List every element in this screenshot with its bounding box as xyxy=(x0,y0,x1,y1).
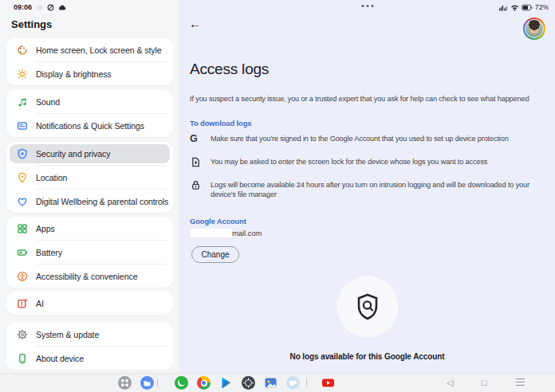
whatsapp-icon[interactable] xyxy=(175,376,188,390)
sidebar-item-label: Battery xyxy=(36,248,62,257)
step-screen-lock: You may be asked to enter the screen loc… xyxy=(190,157,545,169)
sidebar-item-notifications[interactable]: Notifications & Quick Settings xyxy=(6,114,173,137)
status-bar-right: 72% xyxy=(499,3,549,11)
sidebar-item-label: About device xyxy=(36,354,84,363)
sidebar-group: AI xyxy=(6,292,173,315)
google-account-heading: Google Account xyxy=(190,217,246,225)
window-handle-icon[interactable] xyxy=(366,5,368,7)
sidebar-item-label: Location xyxy=(36,173,67,182)
change-account-button[interactable]: Change xyxy=(191,246,239,263)
sidebar-item-label: Security and privacy xyxy=(36,149,110,159)
screen-title: Access logs xyxy=(190,61,269,78)
app-drawer-icon[interactable] xyxy=(118,376,132,390)
files-icon[interactable] xyxy=(140,376,154,390)
google-g-icon: G xyxy=(190,133,198,144)
palette-icon xyxy=(17,45,28,56)
sidebar-item-display[interactable]: Display & brightness xyxy=(6,62,173,85)
play-store-icon[interactable] xyxy=(219,376,233,390)
steps-list: G Make sure that you're signed in to the… xyxy=(190,134,545,210)
home-square-icon[interactable]: □ xyxy=(482,378,487,387)
accessibility-icon xyxy=(17,271,28,282)
sidebar-item-label: Notifications & Quick Settings xyxy=(36,121,144,131)
email-redaction xyxy=(190,229,232,237)
battery-icon xyxy=(522,4,533,11)
sidebar-item-battery[interactable]: Battery xyxy=(6,241,173,264)
avatar-photo xyxy=(525,19,544,38)
about-device-icon xyxy=(17,353,28,364)
wellbeing-icon xyxy=(17,196,28,207)
lock-icon xyxy=(191,180,201,190)
ai-icon xyxy=(17,298,28,309)
notifications-icon xyxy=(17,120,28,131)
sidebar-item-location[interactable]: Location xyxy=(6,166,173,189)
sidebar-item-label: Home screen, Lock screen & style xyxy=(36,45,162,55)
back-triangle-icon[interactable]: ◁ xyxy=(447,378,453,387)
sound-icon xyxy=(17,96,28,108)
clock: 09:06 xyxy=(14,3,32,11)
battery-percent: 72% xyxy=(535,3,549,11)
access-logs-panel: 72% ← Access logs If you suspect a secur… xyxy=(179,0,555,373)
sidebar-item-apps[interactable]: Apps xyxy=(6,217,173,240)
screen-cast-icon xyxy=(36,4,43,11)
signal-icon xyxy=(499,4,508,11)
back-arrow-icon[interactable]: ← xyxy=(189,18,201,29)
sidebar-item-label: Sound xyxy=(36,97,60,107)
sidebar-item-label: Digital Wellbeing & parental controls xyxy=(36,197,168,206)
step-text: Make sure that you're signed in to the G… xyxy=(211,134,545,143)
step-text: You may be asked to enter the screen loc… xyxy=(211,157,545,167)
location-icon xyxy=(17,172,28,183)
screen-lock-icon xyxy=(191,157,201,167)
sidebar-group: Sound Notifications & Quick Settings xyxy=(6,90,173,137)
status-bar-left: 09:06 xyxy=(14,3,67,11)
sidebar-item-system-update[interactable]: System & update xyxy=(6,323,173,346)
taskbar: ◁ □ xyxy=(0,373,555,392)
account-email: mail.com xyxy=(190,229,262,237)
step-google-account: G Make sure that you're signed in to the… xyxy=(190,134,545,146)
sidebar-item-label: System & update xyxy=(36,330,99,339)
sidebar-item-label: Display & brightness xyxy=(36,69,112,79)
dock-divider xyxy=(157,378,158,387)
step-intrusion-logging: Logs will become available 24 hours afte… xyxy=(190,180,545,199)
dock-divider xyxy=(306,378,307,387)
wifi-icon xyxy=(510,4,519,11)
step-text: Logs will become available 24 hours afte… xyxy=(211,180,545,199)
page-title: Settings xyxy=(11,18,52,30)
dnd-icon xyxy=(47,4,54,11)
account-avatar[interactable] xyxy=(523,18,545,40)
shield-search-icon xyxy=(356,293,380,320)
sidebar-item-security[interactable]: Security and privacy xyxy=(6,142,173,165)
sidebar-item-sound[interactable]: Sound xyxy=(6,90,173,113)
sidebar-group: Home screen, Lock screen & style Display… xyxy=(6,38,173,85)
cloud-icon xyxy=(58,4,67,11)
download-logs-heading: To download logs xyxy=(190,119,251,127)
compass-icon[interactable] xyxy=(242,376,255,390)
sidebar-item-label: Apps xyxy=(36,224,55,233)
sidebar-item-accessibility[interactable]: Accessibility & convenience xyxy=(6,265,173,288)
security-icon xyxy=(17,148,28,159)
weather-icon[interactable] xyxy=(286,376,300,390)
sidebar-item-label: AI xyxy=(36,299,44,308)
apps-icon xyxy=(17,223,28,234)
empty-state-text: No logs available for this Google Accoun… xyxy=(179,352,555,361)
sidebar-group: Security and privacy Location Digital We… xyxy=(6,142,173,213)
sidebar-item-about-device[interactable]: About device xyxy=(6,347,173,370)
brightness-icon xyxy=(17,69,28,80)
sidebar-group: System & update About device xyxy=(6,323,173,370)
sidebar-group: Apps Battery Accessibility & convenience xyxy=(6,217,173,288)
gallery-icon[interactable] xyxy=(264,376,278,390)
chrome-icon[interactable] xyxy=(197,376,211,390)
sidebar-item-wellbeing[interactable]: Digital Wellbeing & parental controls xyxy=(6,190,173,213)
battery-icon xyxy=(17,247,28,258)
sidebar-item-ai[interactable]: AI xyxy=(6,292,173,315)
recents-icon[interactable] xyxy=(516,378,525,386)
security-badge xyxy=(339,278,396,335)
sidebar-item-home-screen[interactable]: Home screen, Lock screen & style xyxy=(6,38,173,61)
settings-sidebar: 09:06 Settings Home screen, Lock screen … xyxy=(0,0,179,373)
intro-text: If you suspect a security issue, you or … xyxy=(190,95,529,103)
email-fragment: mail.com xyxy=(232,229,262,237)
system-icon xyxy=(17,329,28,340)
sidebar-item-label: Accessibility & convenience xyxy=(36,272,137,281)
youtube-icon[interactable] xyxy=(321,376,335,390)
